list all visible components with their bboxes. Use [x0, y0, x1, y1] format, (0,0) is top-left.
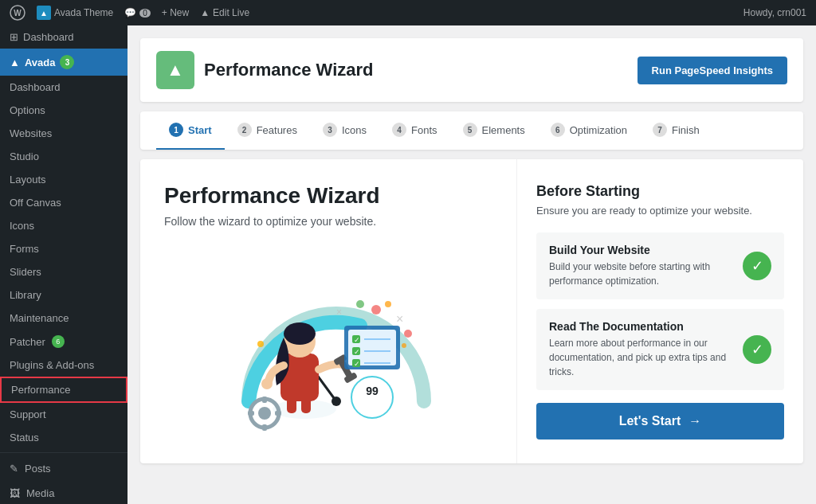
- sidebar-item-icons[interactable]: Icons: [0, 214, 128, 237]
- sidebar-item-library[interactable]: Library: [0, 283, 128, 307]
- svg-point-29: [402, 343, 406, 348]
- svg-point-39: [356, 300, 364, 308]
- svg-point-31: [258, 407, 271, 420]
- read-docs-title: Read The Documentation: [549, 320, 733, 333]
- svg-point-40: [385, 301, 391, 307]
- tab-features-label: Features: [257, 124, 297, 136]
- edit-live-label: Edit Live: [213, 7, 249, 18]
- tab-fonts[interactable]: 4 Fonts: [379, 111, 450, 150]
- avada-icon: ▲: [10, 57, 20, 68]
- posts-icon: ✎: [10, 463, 18, 475]
- sidebar-item-status[interactable]: Status: [0, 426, 128, 449]
- sidebar-item-studio[interactable]: Studio: [0, 145, 128, 168]
- sliders-label: Sliders: [10, 266, 41, 278]
- tab-start[interactable]: 1 Start: [156, 111, 225, 150]
- tab-icons[interactable]: 3 Icons: [310, 111, 379, 150]
- tab-elements-num: 5: [463, 123, 477, 137]
- sidebar-divider: [0, 452, 128, 453]
- build-website-title: Build Your Website: [549, 244, 733, 256]
- sidebar-item-posts[interactable]: ✎ Posts: [0, 456, 128, 481]
- posts-label: Posts: [25, 463, 51, 475]
- icons-label: Icons: [10, 220, 34, 232]
- plugins-label: Plugins & Add-ons: [10, 359, 94, 371]
- run-pagespeed-button[interactable]: Run PageSpeed Insights: [638, 57, 787, 84]
- tab-fonts-num: 4: [392, 123, 406, 137]
- svg-point-3: [332, 397, 341, 406]
- panel-main-subtitle: Follow the wizard to optimize your websi…: [164, 215, 376, 228]
- sidebar-item-plugins[interactable]: Plugins & Add-ons: [0, 354, 128, 377]
- comment-icon: 💬: [124, 7, 136, 18]
- read-docs-desc: Learn more about performance in our docu…: [549, 336, 733, 379]
- svg-point-11: [284, 322, 316, 345]
- forms-label: Forms: [10, 243, 39, 255]
- wizard-tabs: 1 Start 2 Features 3 Icons 4 Fonts 5 Ele…: [140, 111, 803, 150]
- svg-text:✓: ✓: [354, 336, 360, 344]
- performance-label: Performance: [11, 384, 70, 396]
- tab-optimization[interactable]: 6 Optimization: [538, 111, 640, 150]
- sidebar-item-media[interactable]: 🖼 Media: [0, 481, 128, 504]
- svg-text:W: W: [14, 9, 22, 18]
- panel-right: Before Starting Ensure you are ready to …: [516, 159, 803, 463]
- wizard-header: ▲ Performance Wizard Run PageSpeed Insig…: [140, 38, 803, 102]
- off-canvas-label: Off Canvas: [10, 197, 61, 209]
- svg-rect-34: [248, 411, 254, 416]
- sidebar-item-support[interactable]: Support: [0, 403, 128, 426]
- lets-start-arrow: →: [688, 414, 701, 428]
- site-name: Avada Theme: [54, 7, 113, 18]
- illustration-svg: 99: [201, 258, 456, 433]
- build-website-check: ✓: [743, 252, 771, 280]
- checklist-item-docs: Read The Documentation Learn more about …: [536, 309, 784, 390]
- tab-finish[interactable]: 7 Finish: [640, 111, 712, 150]
- sidebar-item-layouts[interactable]: Layouts: [0, 168, 128, 191]
- tab-fonts-label: Fonts: [411, 124, 437, 136]
- lets-start-button[interactable]: Let's Start →: [536, 403, 784, 440]
- comments-item[interactable]: 💬 0: [124, 7, 151, 18]
- sidebar-item-performance[interactable]: Performance: [0, 377, 128, 403]
- svg-rect-35: [275, 411, 281, 416]
- tab-features-num: 2: [237, 123, 252, 137]
- svg-text:×: ×: [396, 312, 403, 326]
- read-docs-check: ✓: [743, 335, 771, 364]
- tab-elements-label: Elements: [482, 124, 525, 136]
- panel-main-title: Performance Wizard: [164, 183, 380, 209]
- tab-features[interactable]: 2 Features: [225, 111, 310, 150]
- sidebar-item-maintenance[interactable]: Maintenance: [0, 307, 128, 330]
- new-item[interactable]: + New: [162, 7, 189, 18]
- avada-large-icon: ▲: [156, 51, 194, 89]
- tab-optimization-label: Optimization: [570, 124, 627, 136]
- build-website-text: Build Your Website Build your website be…: [549, 244, 733, 288]
- sidebar-item-websites[interactable]: Websites: [0, 122, 128, 145]
- sidebar-item-options[interactable]: Options: [0, 99, 128, 122]
- svg-text:×: ×: [336, 307, 342, 318]
- svg-point-28: [404, 330, 412, 338]
- comment-count: 0: [139, 9, 151, 18]
- sidebar-item-sliders[interactable]: Sliders: [0, 260, 128, 283]
- sidebar-item-avada-dashboard[interactable]: Dashboard: [0, 76, 128, 99]
- wp-logo-item[interactable]: W: [10, 5, 26, 21]
- sidebar-item-patcher[interactable]: Patcher 6: [0, 330, 128, 354]
- tab-optimization-num: 6: [551, 123, 565, 137]
- svg-rect-33: [262, 424, 267, 431]
- tab-elements[interactable]: 5 Elements: [450, 111, 538, 150]
- websites-label: Websites: [10, 127, 52, 139]
- sidebar-item-forms[interactable]: Forms: [0, 237, 128, 260]
- sidebar-item-dashboard[interactable]: ⊞ Dashboard: [0, 25, 128, 49]
- avada-section[interactable]: ▲ Avada 3: [0, 49, 128, 76]
- build-website-desc: Build your website before starting with …: [549, 260, 733, 288]
- patcher-label: Patcher: [10, 336, 45, 348]
- edit-live-item[interactable]: ▲ Edit Live: [200, 7, 249, 18]
- svg-point-38: [371, 305, 381, 315]
- svg-point-15: [261, 378, 273, 389]
- avada-theme-item[interactable]: ▲ Avada Theme: [37, 6, 113, 20]
- status-label: Status: [10, 432, 39, 443]
- tab-finish-label: Finish: [672, 124, 700, 136]
- lets-start-label: Let's Start: [619, 414, 681, 428]
- library-label: Library: [10, 289, 41, 301]
- studio-label: Studio: [10, 150, 39, 162]
- avada-small-logo: ▲: [37, 6, 51, 20]
- before-starting-title: Before Starting: [536, 183, 784, 200]
- svg-text:✓: ✓: [354, 348, 360, 356]
- checklist-item-build: Build Your Website Build your website be…: [536, 232, 784, 299]
- before-starting-desc: Ensure you are ready to optimize your we…: [536, 205, 784, 217]
- sidebar-item-off-canvas[interactable]: Off Canvas: [0, 191, 128, 214]
